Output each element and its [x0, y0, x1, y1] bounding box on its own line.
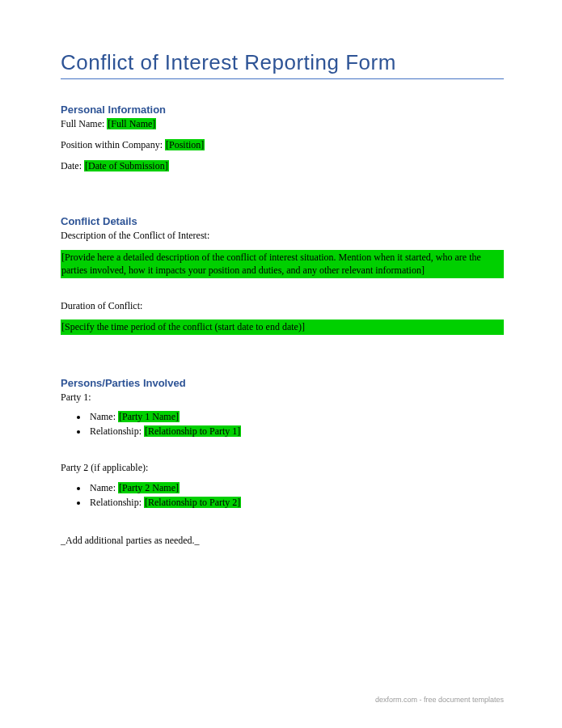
conflict-desc-label: Description of the Conflict of Interest: [61, 229, 504, 243]
party1-name-label: Name: [90, 411, 116, 422]
section-heading-personal: Personal Information [61, 104, 504, 116]
party1-name-placeholder[interactable]: [Party 1 Name] [118, 411, 180, 422]
date-placeholder[interactable]: [Date of Submission] [84, 160, 169, 171]
party1-rel-placeholder[interactable]: [Relationship to Party 1] [144, 425, 241, 437]
date-label: Date: [61, 160, 82, 171]
footer-tagline: - free document templates [417, 696, 504, 704]
field-date: Date: [Date of Submission] [61, 159, 504, 173]
party2-name-placeholder[interactable]: [Party 2 Name] [118, 482, 180, 493]
conflict-duration-placeholder[interactable]: [Specify the time period of the conflict… [61, 320, 504, 334]
party2-rel-label: Relationship: [90, 497, 142, 508]
party2-list: Name: [Party 2 Name] Relationship: [Rela… [61, 482, 504, 509]
position-label: Position within Company: [61, 139, 163, 150]
party1-label: Party 1: [61, 391, 504, 404]
footer-brand: dexform.com [375, 696, 417, 704]
page-title: Conflict of Interest Reporting Form [61, 50, 504, 79]
party1-rel-label: Relationship: [90, 425, 142, 437]
add-parties-note: _Add additional parties as needed._ [61, 534, 504, 548]
document-page: Conflict of Interest Reporting Form Pers… [0, 0, 562, 587]
full-name-placeholder[interactable]: [Full Name] [107, 118, 156, 129]
party2-label: Party 2 (if applicable): [61, 461, 504, 475]
field-position: Position within Company: [Position] [61, 138, 504, 152]
conflict-duration-label: Duration of Conflict: [61, 299, 504, 313]
conflict-desc-placeholder[interactable]: [Provide here a detailed description of … [61, 250, 504, 277]
section-heading-conflict: Conflict Details [61, 215, 504, 227]
page-footer: dexform.com - free document templates [375, 696, 504, 704]
party1-list: Name: [Party 1 Name] Relationship: [Rela… [61, 411, 504, 438]
party2-name-item: Name: [Party 2 Name] [88, 482, 504, 494]
field-full-name: Full Name: [Full Name] [61, 117, 504, 131]
party2-name-label: Name: [90, 482, 116, 493]
party2-rel-item: Relationship: [Relationship to Party 2] [88, 497, 504, 509]
position-placeholder[interactable]: [Position] [165, 139, 205, 150]
party2-rel-placeholder[interactable]: [Relationship to Party 2] [144, 497, 241, 508]
section-heading-parties: Persons/Parties Involved [61, 377, 504, 389]
party1-rel-item: Relationship: [Relationship to Party 1] [88, 425, 504, 438]
party1-name-item: Name: [Party 1 Name] [88, 411, 504, 423]
full-name-label: Full Name: [61, 118, 104, 129]
